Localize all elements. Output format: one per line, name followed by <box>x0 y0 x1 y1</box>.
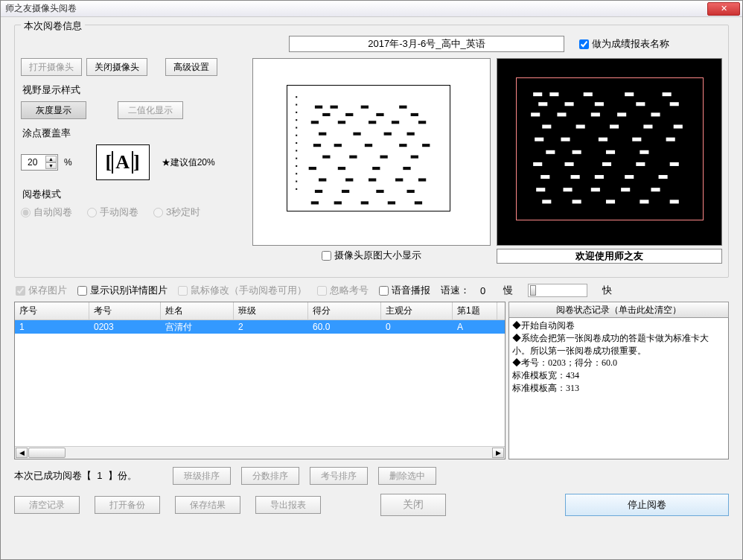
exam-name-input[interactable] <box>289 36 564 52</box>
ignore-id-checkbox[interactable]: 忽略考号 <box>317 284 369 297</box>
svg-rect-20 <box>411 113 418 116</box>
svg-rect-41 <box>372 167 380 170</box>
log-header-button[interactable]: 阅卷状态记录（单击此处清空） <box>508 302 729 318</box>
svg-rect-31 <box>334 144 342 147</box>
processed-view <box>497 58 722 246</box>
mode-auto-radio[interactable]: 自动阅卷 <box>21 206 72 219</box>
svg-rect-98 <box>591 188 600 191</box>
window-title: 师之友摄像头阅卷 <box>5 2 77 15</box>
svg-rect-40 <box>338 167 345 170</box>
svg-rect-99 <box>621 188 630 191</box>
scroll-right-icon[interactable]: ▶ <box>492 448 504 458</box>
sort-class-button[interactable]: 班级排序 <box>173 467 231 485</box>
fast-label: 快 <box>602 284 612 297</box>
svg-rect-13 <box>315 106 322 109</box>
sort-score-button[interactable]: 分数排序 <box>241 467 299 485</box>
svg-rect-75 <box>643 124 652 128</box>
spin-down-icon[interactable]: ▼ <box>45 162 57 169</box>
svg-rect-88 <box>602 162 611 166</box>
detection-frame-icon <box>516 77 704 220</box>
svg-rect-18 <box>345 113 353 116</box>
svg-rect-36 <box>349 156 357 159</box>
svg-rect-59 <box>584 92 593 96</box>
close-button[interactable]: 关闭 <box>380 494 446 516</box>
svg-rect-15 <box>361 106 369 109</box>
svg-rect-19 <box>376 113 383 116</box>
binary-display-button[interactable]: 二值化显示 <box>118 101 183 119</box>
open-camera-button[interactable]: 打开摄像头 <box>21 58 82 76</box>
mouse-edit-checkbox[interactable]: 鼠标修改（手动阅卷可用） <box>178 284 307 297</box>
svg-rect-35 <box>322 156 330 159</box>
log-line: ◆系统会把第一张阅卷成功的答题卡做为标准卡大小。所以第一张阅卷成功很重要。 <box>512 332 725 357</box>
svg-rect-12 <box>296 188 297 190</box>
titlebar: 师之友摄像头阅卷 ✕ <box>1 1 742 17</box>
advanced-settings-button[interactable]: 高级设置 <box>165 58 217 76</box>
svg-rect-90 <box>670 162 679 166</box>
svg-rect-64 <box>595 102 604 106</box>
svg-rect-21 <box>311 121 319 124</box>
svg-rect-92 <box>571 175 580 179</box>
use-as-report-checkbox[interactable]: 做为成绩报表名称 <box>579 37 669 51</box>
speed-slider[interactable] <box>528 284 587 297</box>
use-as-report-box[interactable] <box>579 39 589 49</box>
scroll-left-icon[interactable]: ◀ <box>16 448 28 458</box>
svg-rect-11 <box>296 181 297 182</box>
app-window: 师之友摄像头阅卷 ✕ 本次阅卷信息 做为成绩报表名称 打开摄像头 关闭摄像头 <box>0 0 743 560</box>
svg-rect-69 <box>591 112 600 116</box>
suggest-label: ★建议值20% <box>162 156 215 169</box>
svg-rect-5 <box>296 135 297 136</box>
log-body[interactable]: ◆开始自动阅卷 ◆系统会把第一张阅卷成功的答题卡做为标准卡大小。所以第一张阅卷成… <box>508 318 729 459</box>
svg-rect-26 <box>319 133 326 136</box>
close-camera-button[interactable]: 关闭摄像头 <box>86 58 147 76</box>
svg-rect-102 <box>573 200 581 203</box>
mode-label: 阅卷模式 <box>22 188 246 201</box>
coverage-spinner[interactable]: 20 ▲▼ <box>21 154 58 171</box>
table-row[interactable]: 1 0203 宫清付 2 60.0 0 A <box>15 320 505 334</box>
spin-up-icon[interactable]: ▲ <box>45 156 57 162</box>
mode-manual-radio[interactable]: 手动阅卷 <box>87 206 138 219</box>
th-seq[interactable]: 序号 <box>15 302 89 319</box>
svg-rect-95 <box>659 175 668 179</box>
delete-selected-button[interactable]: 删除选中 <box>378 467 436 485</box>
svg-rect-56 <box>415 201 422 204</box>
original-size-checkbox[interactable]: 摄像头原图大小显示 <box>322 249 421 262</box>
th-subj[interactable]: 主观分 <box>381 302 453 319</box>
svg-rect-38 <box>411 156 418 159</box>
export-report-button[interactable]: 导出报表 <box>255 496 321 514</box>
clear-records-button[interactable]: 清空记录 <box>14 496 80 514</box>
table-body[interactable]: 1 0203 宫清付 2 60.0 0 A <box>15 320 505 446</box>
th-name[interactable]: 姓名 <box>161 302 234 319</box>
save-img-checkbox[interactable]: 保存图片 <box>16 284 67 297</box>
stop-grading-button[interactable]: 停止阅卷 <box>565 494 729 516</box>
svg-rect-72 <box>542 124 551 128</box>
th-score[interactable]: 得分 <box>308 302 381 319</box>
open-backup-button[interactable]: 打开备份 <box>95 496 160 514</box>
th-id[interactable]: 考号 <box>89 302 161 319</box>
results-table: 序号 考号 姓名 班级 得分 主观分 第1题 1 0203 宫清付 2 60.0 <box>14 302 506 459</box>
svg-rect-48 <box>315 190 322 193</box>
close-window-button[interactable]: ✕ <box>707 2 740 16</box>
svg-rect-80 <box>632 138 641 141</box>
th-q1[interactable]: 第1题 <box>453 302 497 319</box>
svg-rect-55 <box>388 201 395 204</box>
svg-rect-77 <box>535 138 543 141</box>
voice-checkbox[interactable]: 语音播报 <box>379 284 430 297</box>
gray-display-button[interactable]: 灰度显示 <box>21 101 86 119</box>
coverage-label: 涂点覆盖率 <box>22 127 246 140</box>
save-result-button[interactable]: 保存结果 <box>175 496 240 514</box>
table-hscroll[interactable]: ◀ ▶ <box>15 446 505 459</box>
svg-rect-0 <box>296 96 297 98</box>
svg-rect-73 <box>576 124 585 128</box>
th-class[interactable]: 班级 <box>234 302 308 319</box>
svg-rect-17 <box>322 113 330 116</box>
mode-timed-radio[interactable]: 3秒定时 <box>153 206 200 219</box>
svg-rect-94 <box>625 175 634 179</box>
svg-rect-104 <box>640 200 648 203</box>
svg-rect-71 <box>651 112 660 116</box>
speed-label: 语速： <box>441 284 470 297</box>
svg-rect-79 <box>599 138 608 141</box>
show-detail-checkbox[interactable]: 显示识别详情图片 <box>77 284 168 297</box>
sort-id-button[interactable]: 考号排序 <box>310 467 368 485</box>
svg-rect-87 <box>565 162 574 166</box>
svg-rect-84 <box>606 150 615 154</box>
